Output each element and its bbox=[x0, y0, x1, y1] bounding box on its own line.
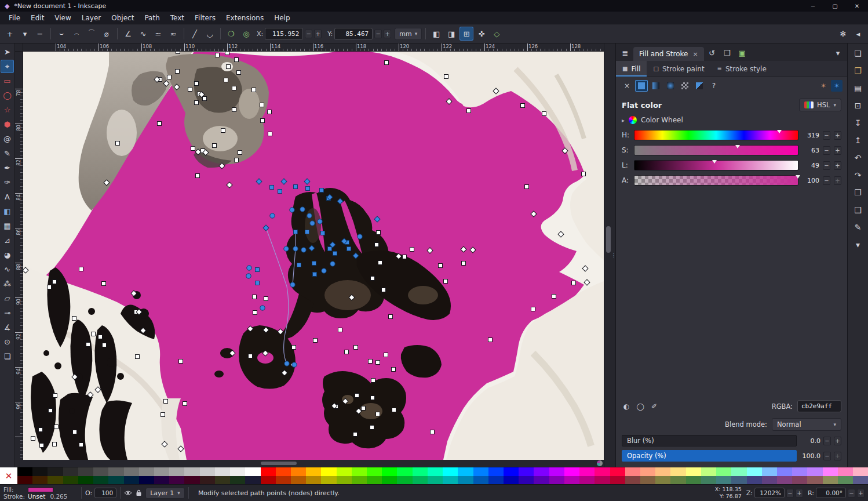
palette-swatch[interactable] bbox=[655, 476, 670, 485]
palette-swatch[interactable] bbox=[853, 476, 868, 485]
menu-help[interactable]: Help bbox=[269, 13, 295, 23]
close-button[interactable]: ✕ bbox=[846, 0, 868, 12]
palette-swatch[interactable] bbox=[458, 476, 473, 485]
palette-swatch[interactable] bbox=[200, 467, 215, 476]
palette-swatch[interactable] bbox=[337, 476, 352, 485]
horizontal-scrollbar[interactable] bbox=[15, 460, 604, 467]
palette-swatch[interactable] bbox=[838, 467, 853, 476]
export-image-button[interactable]: ↥ bbox=[850, 133, 866, 148]
rotation-field[interactable]: 0.00° bbox=[816, 488, 846, 498]
layer-visibility-icon[interactable] bbox=[124, 489, 132, 496]
palette-swatch[interactable] bbox=[230, 476, 245, 485]
menu-view[interactable]: View bbox=[49, 13, 76, 23]
menu-filters[interactable]: Filters bbox=[189, 13, 221, 23]
palette-swatch[interactable] bbox=[564, 467, 579, 476]
ellipse-tool[interactable]: ◯ bbox=[1, 89, 14, 102]
palette-swatch[interactable] bbox=[245, 467, 260, 476]
rotation-increment-button[interactable]: + bbox=[857, 489, 865, 498]
mesh-gradient-tool[interactable]: ▦ bbox=[1, 219, 14, 233]
join-with-segment-button[interactable]: ⌒ bbox=[85, 27, 99, 41]
palette-swatch[interactable] bbox=[397, 467, 412, 476]
palette-swatch[interactable] bbox=[367, 476, 382, 485]
new-document-button[interactable]: ❏ bbox=[850, 46, 866, 61]
join-nodes-button[interactable]: ⌣ bbox=[54, 27, 68, 41]
palette-swatch[interactable] bbox=[78, 467, 93, 476]
y-increment-button[interactable]: + bbox=[384, 30, 391, 38]
vertical-scrollbar[interactable] bbox=[604, 43, 612, 467]
palette-swatch[interactable] bbox=[367, 467, 382, 476]
paint-pattern-button[interactable] bbox=[679, 80, 691, 92]
delete-segment-button[interactable]: ⌀ bbox=[100, 27, 114, 41]
palette-swatch[interactable] bbox=[792, 467, 807, 476]
palette-swatch[interactable] bbox=[473, 467, 488, 476]
x-coordinate-input[interactable]: 115.952 bbox=[265, 28, 303, 40]
fill-stroke-tab[interactable]: Fill and Stroke× bbox=[633, 47, 704, 61]
opacity-value[interactable]: 100.0 bbox=[800, 452, 820, 460]
palette-swatch[interactable] bbox=[321, 467, 336, 476]
palette-swatch[interactable] bbox=[823, 476, 838, 485]
palette-swatch[interactable] bbox=[625, 467, 640, 476]
gamut-warning-icon[interactable]: ◯ bbox=[636, 402, 645, 411]
dropper-tool[interactable]: ⊿ bbox=[1, 234, 14, 247]
calligraphy-tool[interactable]: ✑ bbox=[1, 176, 14, 189]
palette-swatch[interactable] bbox=[610, 467, 625, 476]
paint-unknown-button[interactable]: ? bbox=[707, 80, 720, 92]
palette-swatch[interactable] bbox=[17, 467, 32, 476]
alpha-slider[interactable] bbox=[634, 175, 798, 186]
palette-swatch[interactable] bbox=[488, 476, 504, 485]
star-tool[interactable]: ☆ bbox=[1, 103, 14, 117]
palette-swatch[interactable] bbox=[534, 476, 549, 485]
palette-swatch[interactable] bbox=[579, 476, 595, 485]
palette-swatch[interactable] bbox=[261, 476, 276, 485]
palette-swatch[interactable] bbox=[428, 476, 443, 485]
show-bezier-handles-button[interactable]: ✜ bbox=[475, 27, 488, 41]
palette-swatch[interactable] bbox=[564, 476, 579, 485]
text-tool[interactable]: A bbox=[1, 190, 14, 204]
opacity-slider[interactable]: Opacity (%) bbox=[622, 450, 797, 462]
menu-file[interactable]: File bbox=[3, 13, 25, 23]
palette-swatch[interactable] bbox=[352, 467, 367, 476]
menu-path[interactable]: Path bbox=[139, 13, 165, 23]
measure-tool[interactable]: ∡ bbox=[1, 321, 14, 334]
palette-swatch[interactable] bbox=[655, 467, 670, 476]
menu-text[interactable]: Text bbox=[165, 13, 189, 23]
insert-node-options-button[interactable]: ▾ bbox=[18, 27, 32, 41]
blur-value[interactable]: 0.0 bbox=[800, 437, 820, 445]
paint-flat-button[interactable] bbox=[635, 80, 648, 92]
canvas[interactable] bbox=[23, 52, 604, 460]
palette-swatch[interactable] bbox=[731, 476, 746, 485]
selector-tool[interactable]: ➤ bbox=[1, 45, 14, 59]
edit-clipping-paths-button[interactable]: ◧ bbox=[429, 27, 443, 41]
palette-swatch[interactable] bbox=[124, 467, 139, 476]
palette-swatch[interactable] bbox=[686, 476, 701, 485]
blur-increment-button[interactable]: + bbox=[834, 437, 841, 445]
palette-swatch[interactable] bbox=[807, 476, 822, 485]
tab-stroke-paint[interactable]: □Stroke paint bbox=[647, 61, 710, 77]
vertical-ruler[interactable]: 78808284868890929496 bbox=[15, 52, 23, 460]
palette-swatch[interactable] bbox=[108, 476, 123, 485]
palette-swatch[interactable] bbox=[504, 467, 519, 476]
menu-layer[interactable]: Layer bbox=[76, 13, 106, 23]
blur-slider[interactable]: Blur (%) bbox=[622, 435, 797, 446]
units-dropdown[interactable]: mm ▾ bbox=[395, 28, 422, 40]
break-nodes-button[interactable]: ⌢ bbox=[70, 27, 83, 41]
delete-node-button[interactable]: − bbox=[33, 27, 47, 41]
close-tab-icon[interactable]: × bbox=[692, 50, 698, 58]
import-image-button[interactable]: ↧ bbox=[850, 115, 866, 130]
sat-slider[interactable] bbox=[634, 145, 798, 155]
sat-decrement-button[interactable]: − bbox=[823, 146, 830, 155]
palette-swatch[interactable] bbox=[792, 476, 807, 485]
menu-edit[interactable]: Edit bbox=[25, 13, 49, 23]
paste-button[interactable]: ❑ bbox=[850, 202, 866, 217]
palette-swatch[interactable] bbox=[139, 476, 154, 485]
spray-tool[interactable]: ⁂ bbox=[1, 277, 14, 291]
layer-lock-icon[interactable] bbox=[136, 489, 142, 496]
show-path-outline-button[interactable]: ◇ bbox=[490, 27, 504, 41]
swatches-dialog-button[interactable]: ≣ bbox=[618, 46, 632, 60]
palette-swatch[interactable] bbox=[139, 467, 154, 476]
palette-swatch[interactable] bbox=[747, 467, 762, 476]
tab-stroke-style[interactable]: ≡Stroke style bbox=[711, 61, 773, 77]
color-picker-mode-dropdown[interactable]: HSL ▾ bbox=[799, 99, 841, 111]
palette-swatch[interactable] bbox=[701, 476, 716, 485]
insert-node-button[interactable]: + bbox=[3, 27, 17, 41]
